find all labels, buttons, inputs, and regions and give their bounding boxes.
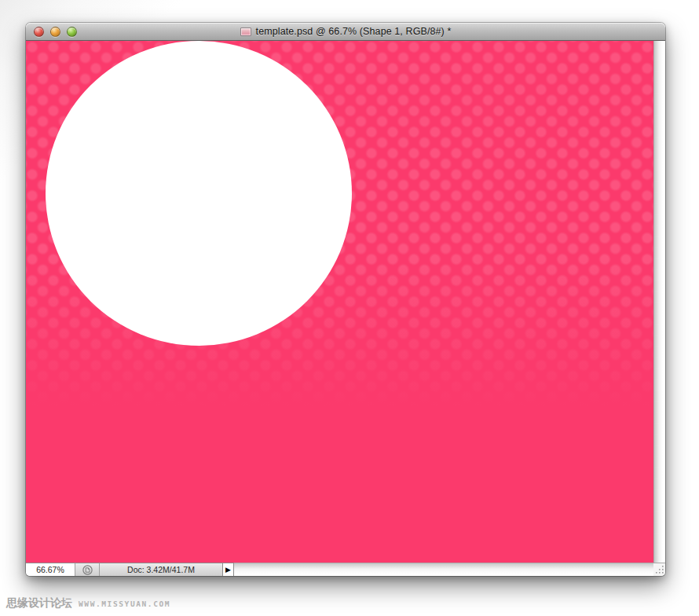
watermark: 思缘设计论坛 WWW.MISSYUAN.COM (6, 596, 170, 610)
zoom-level-field[interactable]: 66.67% (26, 563, 75, 576)
vertical-scrollbar[interactable] (653, 41, 665, 563)
status-menu-arrow-button[interactable]: ▶ (222, 563, 234, 576)
window-controls (34, 23, 77, 41)
version-cue-status-button[interactable] (75, 563, 100, 576)
doc-size-field[interactable]: Doc: 3.42M/41.7M (100, 563, 222, 576)
right-triangle-icon: ▶ (225, 566, 231, 574)
zoom-button[interactable] (67, 27, 77, 37)
resize-grip-icon (655, 565, 664, 574)
window-titlebar[interactable]: template.psd @ 66.7% (Shape 1, RGB/8#) * (26, 23, 665, 41)
doc-size-value: Doc: 3.42M/41.7M (127, 565, 195, 574)
horizontal-scrollbar[interactable] (234, 563, 653, 576)
minimize-button[interactable] (50, 27, 60, 37)
white-circle-shape (46, 41, 352, 346)
title-group: template.psd @ 66.7% (Shape 1, RGB/8#) * (240, 26, 452, 37)
watermark-site-name: 思缘设计论坛 (6, 596, 72, 610)
close-button[interactable] (34, 27, 44, 37)
photoshop-document-window: template.psd @ 66.7% (Shape 1, RGB/8#) *… (26, 23, 665, 576)
version-cue-icon (82, 565, 93, 575)
document-proxy-icon[interactable] (240, 28, 251, 36)
zoom-level-value: 66.67% (36, 565, 64, 574)
status-bar: 66.67% Doc: 3.42M/41.7M ▶ (26, 563, 665, 576)
window-resize-grip[interactable] (653, 563, 665, 576)
watermark-site-url: WWW.MISSYUAN.COM (79, 600, 170, 608)
window-title: template.psd @ 66.7% (Shape 1, RGB/8#) * (256, 26, 452, 37)
document-canvas[interactable] (26, 41, 653, 563)
